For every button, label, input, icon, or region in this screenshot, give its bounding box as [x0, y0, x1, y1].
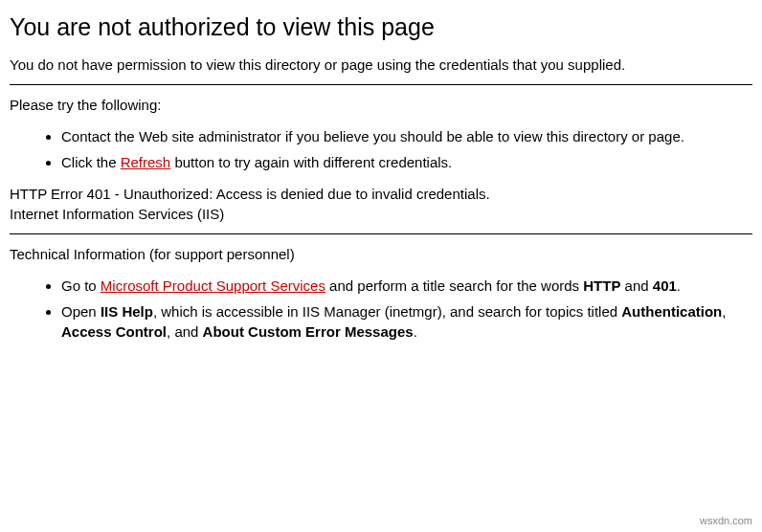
text-fragment: .: [677, 277, 681, 294]
error-block: HTTP Error 401 - Unauthorized: Access is…: [10, 184, 752, 224]
text-fragment: , and: [167, 323, 203, 340]
code-bold: 401: [653, 277, 677, 294]
list-item: Contact the Web site administrator if yo…: [61, 126, 752, 146]
list-item: Open IIS Help, which is accessible in II…: [61, 301, 752, 342]
intro-text: You do not have permission to view this …: [10, 55, 752, 75]
technical-list: Go to Microsoft Product Support Services…: [10, 276, 752, 342]
server-line: Internet Information Services (IIS): [10, 206, 224, 222]
mpss-link[interactable]: Microsoft Product Support Services: [101, 277, 325, 294]
refresh-link[interactable]: Refresh: [121, 154, 171, 170]
try-following-label: Please try the following:: [10, 95, 752, 115]
text-fragment: .: [414, 323, 417, 340]
access-control-bold: Access Control: [61, 323, 167, 340]
text-fragment: , which is accessible in IIS Manager (in…: [153, 303, 621, 320]
authentication-bold: Authentication: [621, 303, 722, 320]
iis-help-bold: IIS Help: [101, 303, 153, 320]
about-custom-bold: About Custom Error Messages: [203, 323, 414, 340]
divider-bottom: [10, 233, 752, 234]
text-fragment: and: [620, 277, 652, 294]
text-fragment: Open: [61, 303, 101, 320]
http-bold: HTTP: [583, 277, 620, 294]
error-code-line: HTTP Error 401 - Unauthorized: Access is…: [10, 186, 490, 202]
list-item: Click the Refresh button to try again wi…: [61, 152, 752, 172]
list-item: Go to Microsoft Product Support Services…: [61, 276, 752, 296]
text-fragment: ,: [722, 303, 726, 320]
text-fragment: and perform a title search for the words: [325, 277, 583, 294]
technical-info-label: Technical Information (for support perso…: [10, 244, 752, 264]
text-fragment: Click the: [61, 154, 121, 170]
divider-top: [10, 84, 752, 85]
text-fragment: button to try again with different crede…: [170, 154, 452, 170]
text-fragment: Go to: [61, 277, 101, 294]
try-list: Contact the Web site administrator if yo…: [10, 126, 752, 172]
page-title: You are not authorized to view this page: [10, 13, 752, 41]
